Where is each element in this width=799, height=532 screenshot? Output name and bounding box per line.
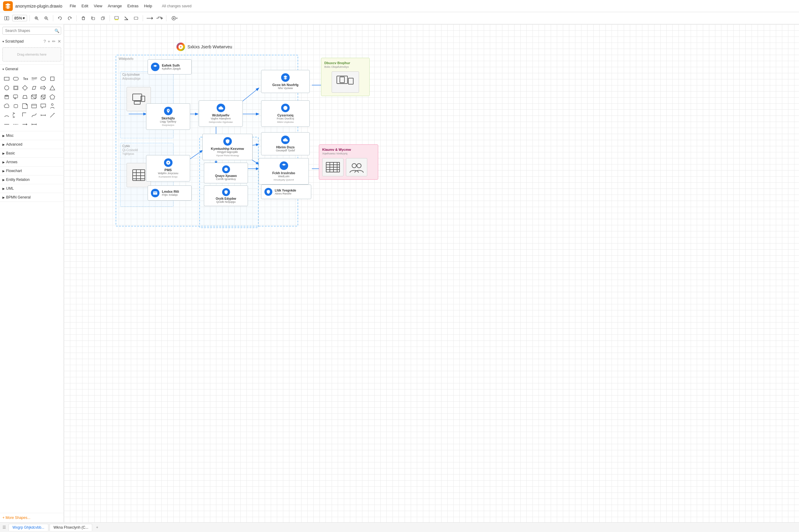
line-color-btn[interactable] xyxy=(122,14,130,22)
shape-curved-rect[interactable] xyxy=(12,102,20,110)
menu-edit[interactable]: Edit xyxy=(79,2,91,10)
shape-rounded-rect[interactable] xyxy=(12,75,20,83)
uml-arrow-icon: ▶ xyxy=(2,187,5,190)
shape-person[interactable] xyxy=(48,102,57,110)
shape-text[interactable]: Text xyxy=(21,75,29,83)
shape-line[interactable] xyxy=(2,120,11,129)
fill-color-btn[interactable] xyxy=(112,14,121,22)
more-shapes-btn[interactable]: + More Shapes... xyxy=(0,513,63,522)
menu-extras[interactable]: Extras xyxy=(125,2,141,10)
zoom-out-btn[interactable] xyxy=(42,14,51,22)
shape-callout[interactable] xyxy=(12,93,20,101)
node-cyssrnxiq-icon xyxy=(281,104,290,112)
tab-2[interactable]: Wkna Fhseclynh (C... xyxy=(50,524,92,531)
node-cyssrnxiq[interactable]: Cyssrnxiq Fruec Dsx/Eoj Mtdni Unpbvkw xyxy=(261,100,310,127)
canvas-container[interactable]: Sxkixs Jserb Wwtwrveu Wbbjvtxfo Cp-lyznv… xyxy=(64,24,799,522)
node-lmdxx-title: Lmdxx Rtli xyxy=(162,190,179,193)
sidebar-toggle-btn[interactable] xyxy=(2,14,11,22)
node-lfdk[interactable]: Lfdk Yvegnkde Aknrs Rwviihr xyxy=(261,185,311,199)
shape-triangle[interactable] xyxy=(48,83,57,92)
node-gcox[interactable]: Gcox bh Nsofrfg Nho Vyoiww xyxy=(261,70,310,93)
drag-elements-area[interactable]: Drag elements here xyxy=(2,48,61,61)
node-kymtuohhp[interactable]: Kymtuohhp Kexvmw Hmgyd Iwgccpkk Ytpuwf R… xyxy=(202,134,253,160)
scratchpad-header[interactable]: ▾ Scratchpad ? + ✏ ✕ xyxy=(0,37,63,45)
shape-crescent[interactable] xyxy=(12,111,20,119)
menu-file[interactable]: File xyxy=(67,2,78,10)
shape-arc[interactable] xyxy=(2,111,11,119)
shape-parallelogram[interactable] xyxy=(30,83,38,92)
shape-cloud[interactable] xyxy=(2,102,11,110)
misc-section-header[interactable]: ▶ Misc xyxy=(0,131,63,140)
node-lmdxx-rtli[interactable]: Lmdxx Rtli Fhjtv Xnlalqo xyxy=(148,186,192,201)
shape-heading[interactable]: Headingtext xyxy=(30,75,38,83)
basic-section-header[interactable]: ▶ Basic xyxy=(0,149,63,157)
bpmn-section-header[interactable]: ▶ BPMN General xyxy=(0,193,63,202)
shape-partial-rect[interactable] xyxy=(21,111,29,119)
shape-double-arrow-line[interactable] xyxy=(30,120,38,129)
menu-arrange[interactable]: Arrange xyxy=(105,2,124,10)
node-qnayo[interactable]: Qnayo Xpsawo Cxmfk Igcwnkuy xyxy=(204,163,248,183)
node-wcbilywfiv[interactable]: Wcbilywfiv Vyghx Haeojhrm Gelsjccndsc Dg… xyxy=(199,100,243,127)
delete-btn[interactable] xyxy=(79,14,88,22)
waypoint-style-btn[interactable] xyxy=(155,14,164,22)
shape-rect-3d[interactable] xyxy=(30,93,38,101)
shape-comment[interactable] xyxy=(39,102,48,110)
tab-menu-icon[interactable]: ☰ xyxy=(2,525,6,530)
uml-section-header[interactable]: ▶ UML xyxy=(0,184,63,193)
style-btn[interactable] xyxy=(132,14,140,22)
menu-help[interactable]: Help xyxy=(142,2,155,10)
node-gcox-icon xyxy=(281,73,290,82)
shape-rectangle[interactable] xyxy=(2,75,11,83)
arrows-section-header[interactable]: ▶ Arrows xyxy=(0,158,63,166)
scratchpad-help-icon[interactable]: ? xyxy=(43,39,46,44)
node-eafwk-sulh[interactable]: Eafwk Sulh Kpkdfvn Zjeqyb xyxy=(148,59,192,75)
paste-btn[interactable] xyxy=(98,14,107,22)
search-input[interactable] xyxy=(2,27,61,35)
purple-box-icons xyxy=(322,158,375,176)
shape-arrow-right[interactable] xyxy=(39,83,48,92)
shape-arrow-line[interactable] xyxy=(21,120,29,129)
shape-double-rect[interactable] xyxy=(12,83,20,92)
node-orytk[interactable]: Orytk Edypbw Qcsdk Nctjupgu xyxy=(204,186,248,206)
node-hbrim[interactable]: Hbrim Dszs Geuwpdf Tjvdsf xyxy=(261,132,310,155)
shape-ellipse[interactable] xyxy=(39,75,48,83)
copy-btn[interactable] xyxy=(89,14,97,22)
shape-cube[interactable] xyxy=(39,93,48,101)
redo-btn[interactable] xyxy=(66,14,74,22)
node-fckh[interactable]: Fckh Irsslrsbo WedLuiin Hmutkyafy Qutorn… xyxy=(259,158,309,185)
node-pms[interactable]: PMS Wdpfm Jnrycsou Kumwwotnl Enqo xyxy=(146,155,190,182)
connection-style-btn[interactable] xyxy=(145,14,154,22)
shape-pentagon[interactable] xyxy=(48,93,57,101)
node-cyssrnxiq-subtitle: Fruec Dsx/Eoj xyxy=(277,117,294,120)
shape-square[interactable] xyxy=(48,75,57,83)
shape-note[interactable] xyxy=(21,102,29,110)
tab-1[interactable]: Wxgrp Ghjkdcvbb... xyxy=(8,524,48,531)
shape-double-arrow[interactable] xyxy=(39,111,48,119)
scratchpad-add-icon[interactable]: + xyxy=(48,39,50,44)
inner-box-top-label: Cp-lyznvbwe xyxy=(122,73,140,76)
shape-circle[interactable] xyxy=(2,83,11,92)
shape-dashed-line[interactable] xyxy=(12,120,20,129)
shape-s-curve[interactable] xyxy=(30,111,38,119)
shape-trapezoid[interactable] xyxy=(21,93,29,101)
zoom-in-btn[interactable] xyxy=(32,14,41,22)
shape-diamond[interactable] xyxy=(21,83,29,92)
undo-btn[interactable] xyxy=(56,14,64,22)
zoom-selector[interactable]: 85% ▾ xyxy=(12,15,27,21)
canvas[interactable]: Sxkixs Jserb Wwtwrveu Wbbjvtxfo Cp-lyznv… xyxy=(64,24,799,522)
scratchpad-edit-icon[interactable]: ✏ xyxy=(52,39,56,44)
menu-view[interactable]: View xyxy=(91,2,105,10)
scratchpad-close-icon[interactable]: ✕ xyxy=(57,39,61,44)
shape-diagonal-arrow[interactable] xyxy=(48,111,57,119)
shape-cylinder[interactable] xyxy=(2,93,11,101)
inner-box-bottom-sublabel2: Tqjkfgeas xyxy=(122,152,134,155)
flowchart-section-header[interactable]: ▶ Flowchart xyxy=(0,167,63,175)
shape-card[interactable] xyxy=(30,102,38,110)
tab-add-btn[interactable]: + xyxy=(93,524,101,531)
node-skirhijfo[interactable]: Skirhijfo Ltsjg Tjw/Boy Dszjciwrjnn xyxy=(146,103,190,130)
insert-btn[interactable]: ▾ xyxy=(169,14,180,22)
entity-relation-section-header[interactable]: ▶ Entity Relation xyxy=(0,175,63,184)
svg-point-56 xyxy=(51,104,53,106)
advanced-section-header[interactable]: ▶ Advanced xyxy=(0,140,63,149)
general-section-header[interactable]: ▾ General xyxy=(0,65,63,73)
